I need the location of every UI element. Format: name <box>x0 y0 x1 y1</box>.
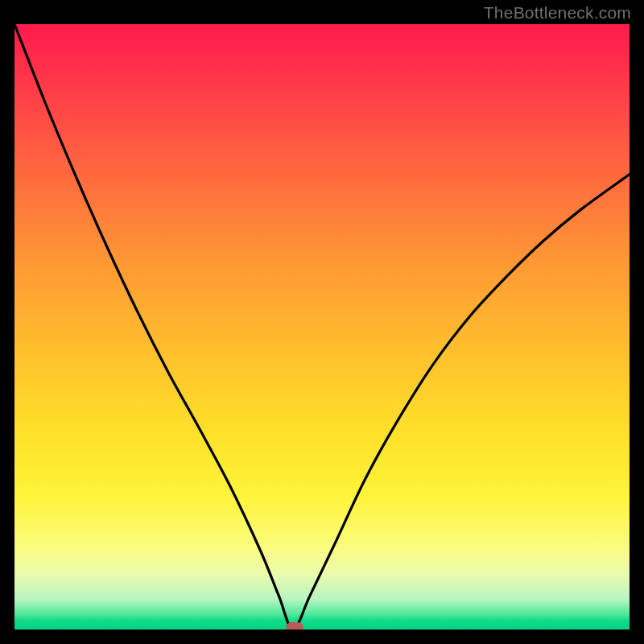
watermark-text: TheBottleneck.com <box>484 3 631 23</box>
optimal-point-marker <box>286 622 303 630</box>
plot-outer <box>14 24 630 630</box>
chart-frame: TheBottleneck.com <box>0 0 644 644</box>
plot-area <box>14 24 630 630</box>
bottleneck-curve <box>14 24 630 630</box>
